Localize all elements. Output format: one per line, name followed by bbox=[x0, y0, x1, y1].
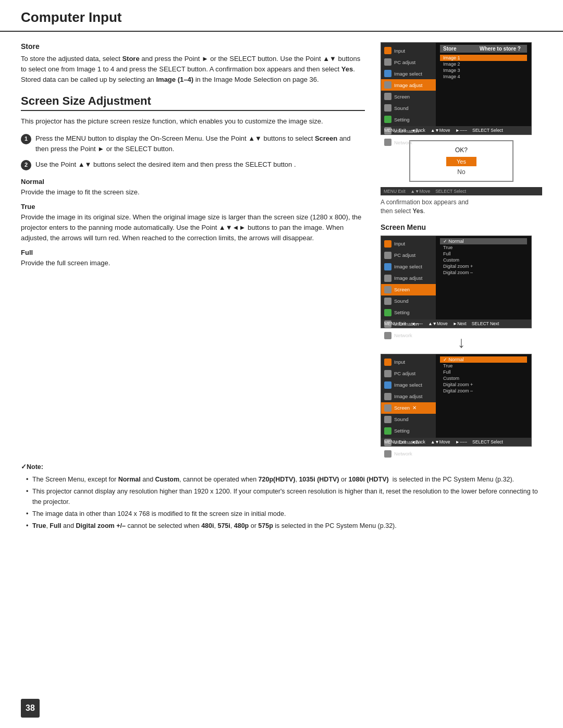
note-item-2: This projector cannot display any resolu… bbox=[26, 487, 542, 507]
store-left-menu: Input PC adjust Image select Image adjus… bbox=[381, 43, 436, 126]
screen-left-menu-1: Input PC adjust Image select Image adjus… bbox=[381, 236, 436, 319]
menu-sound: Sound bbox=[381, 102, 436, 114]
sm2-opt-custom: Custom bbox=[440, 375, 527, 381]
normal-title: Normal bbox=[21, 178, 365, 186]
store-bar-back: ◄Back bbox=[411, 128, 425, 133]
input-icon bbox=[384, 47, 391, 54]
store-option-image2: Image 2 bbox=[440, 61, 527, 67]
sm1-screen-icon bbox=[384, 286, 391, 293]
sm2-bar-back: ◄Back bbox=[411, 439, 425, 445]
sm2-opt-normal: ✓ Normal bbox=[440, 356, 527, 363]
note4-bold-480i: 480i bbox=[201, 522, 214, 529]
sm2-net-icon bbox=[384, 450, 391, 458]
right-column: Input PC adjust Image select Image adjus… bbox=[381, 42, 542, 452]
sm1-sound: Sound bbox=[381, 295, 436, 307]
sm1-opt-custom: Custom bbox=[440, 257, 527, 263]
screen-screenshot-2: Input PC adjust Image select Image adjus… bbox=[381, 354, 532, 447]
sm1-input: Input bbox=[381, 238, 436, 250]
note1-bold-1035i: 1035i (HDTV) bbox=[299, 476, 339, 483]
menu-image-adjust: Image adjust bbox=[381, 79, 436, 91]
sm2-bar-arrow: ►----- bbox=[456, 439, 468, 445]
note4-bold-true: True bbox=[32, 522, 46, 529]
content-area: Store To store the adjusted data, select… bbox=[0, 32, 563, 452]
store-right-panel: Store Where to store ? Image 1 Image 2 I… bbox=[436, 43, 531, 126]
sm2-opt-dzoom-plus: Digital zoom + bbox=[440, 381, 527, 388]
confirm-bar-select: SELECT Select bbox=[435, 189, 466, 194]
store-screenshot: Input PC adjust Image select Image adjus… bbox=[381, 42, 532, 135]
menu-screen: Screen bbox=[381, 91, 436, 102]
sm2-pc-icon bbox=[384, 370, 391, 377]
note4-bold-575p: 575p bbox=[258, 522, 273, 529]
note-item-4: True, Full and Digital zoom +/– cannot b… bbox=[26, 521, 542, 531]
screen-icon bbox=[384, 93, 391, 100]
image-select-icon bbox=[384, 70, 391, 77]
sm1-opt-normal: ✓ Normal bbox=[440, 238, 527, 244]
sm2-bar-select: SELECT Select bbox=[472, 439, 503, 445]
full-text: Provide the full screen image. bbox=[21, 258, 365, 268]
sm2-input-icon bbox=[384, 359, 391, 366]
sm1-image-adjust: Image adjust bbox=[381, 273, 436, 284]
sound-icon bbox=[384, 104, 391, 112]
step-2: 2 Use the Point ▲▼ buttons select the de… bbox=[21, 159, 365, 170]
screen-left-menu-2: Input PC adjust Image select Image adjus… bbox=[381, 354, 436, 438]
confirm-yes-button[interactable]: Yes bbox=[446, 157, 476, 166]
page-container: Computer Input Store To store the adjust… bbox=[0, 0, 563, 728]
sm1-pc-adjust: PC adjust bbox=[381, 250, 436, 261]
sm2-imgadj-icon bbox=[384, 393, 391, 400]
screen-menu-container-2: Input PC adjust Image select Image adjus… bbox=[381, 354, 531, 438]
note-item-1: The Screen Menu, except for Normal and C… bbox=[26, 475, 542, 485]
store-option-image1: Image 1 bbox=[440, 55, 527, 61]
step-2-number: 2 bbox=[21, 160, 31, 170]
screen-menu-container-1: Input PC adjust Image select Image adjus… bbox=[381, 236, 531, 319]
sm2-input: Input bbox=[381, 356, 436, 368]
screen-menu-title: Screen Menu bbox=[381, 223, 542, 231]
sm1-net-icon bbox=[384, 332, 391, 339]
sm1-imgadj-icon bbox=[384, 275, 391, 282]
note4-bold-full: Full bbox=[50, 522, 61, 529]
step-1-number: 1 bbox=[21, 134, 31, 144]
sm1-bar-next1: ►Next bbox=[453, 321, 467, 326]
sm1-set-icon bbox=[384, 309, 391, 316]
sm1-opt-true: True bbox=[440, 244, 527, 251]
sm1-imgsel-icon bbox=[384, 263, 391, 270]
true-title: True bbox=[21, 203, 365, 211]
screen-size-heading: Screen Size Adjustment bbox=[21, 94, 365, 111]
note-item-3: The image data in other than 1024 x 768 … bbox=[26, 509, 542, 519]
sm1-image-select: Image select bbox=[381, 261, 436, 273]
notes-label: ✓Note: bbox=[21, 462, 542, 472]
notes-list: The Screen Menu, except for Normal and C… bbox=[21, 475, 542, 532]
sm2-opt-full: Full bbox=[440, 369, 527, 375]
menu-pc-adjust: PC adjust bbox=[381, 56, 436, 68]
note1-bold-normal: Normal bbox=[118, 476, 141, 483]
sm1-network: Network bbox=[381, 330, 436, 341]
sm2-network: Network bbox=[381, 448, 436, 460]
notes-section: ✓Note: The Screen Menu, except for Norma… bbox=[0, 452, 563, 544]
note4-bold-480p: 480p bbox=[234, 522, 249, 529]
sm2-bar-move: ▲▼Move bbox=[431, 439, 450, 445]
sm1-opt-dzoom-minus: Digital zoom – bbox=[440, 269, 527, 276]
page-number: 38 bbox=[21, 699, 40, 718]
store-panel-title: Store Where to store ? bbox=[440, 45, 527, 53]
screen-right-panel-2: ✓ Normal True Full Custom Digital zoom +… bbox=[436, 354, 531, 438]
screen-right-panel-1: ✓ Normal True Full Custom Digital zoom +… bbox=[436, 236, 531, 319]
step1-bold-screen: Screen bbox=[315, 134, 337, 142]
confirm-no-option: No bbox=[418, 168, 505, 176]
page-title: Computer Input bbox=[21, 9, 542, 26]
sm2-opt-dzoom-minus: Digital zoom – bbox=[440, 388, 527, 394]
menu-network: Network bbox=[381, 137, 436, 148]
confirm-bar-move: ▲▼Move bbox=[411, 189, 431, 194]
note1-bold-custom: Custom bbox=[155, 476, 180, 483]
sm2-sound: Sound bbox=[381, 414, 436, 425]
confirm-caption-yes: Yes bbox=[412, 207, 423, 215]
store-menu-container: Input PC adjust Image select Image adjus… bbox=[381, 43, 531, 126]
page-header: Computer Input bbox=[0, 0, 563, 32]
sm2-opt-true: True bbox=[440, 363, 527, 369]
sm1-opt-dzoom-plus: Digital zoom + bbox=[440, 263, 527, 269]
sm2-sound-icon bbox=[384, 416, 391, 423]
sm2-pc-adjust: PC adjust bbox=[381, 368, 436, 379]
store-option-image3: Image 3 bbox=[440, 67, 527, 73]
sm2-screen: Screen ✕ bbox=[381, 402, 436, 414]
sm2-setting: Setting bbox=[381, 425, 436, 437]
true-text: Provide the image in its original size. … bbox=[21, 212, 365, 243]
screen-screenshot-1: Input PC adjust Image select Image adjus… bbox=[381, 236, 532, 328]
